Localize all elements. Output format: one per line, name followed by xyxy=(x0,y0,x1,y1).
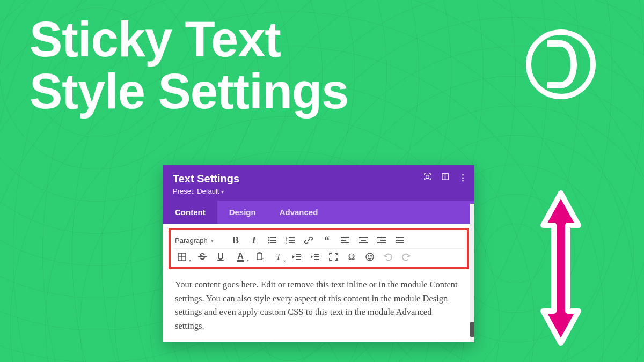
svg-rect-25 xyxy=(396,240,404,241)
svg-rect-10 xyxy=(289,237,295,238)
blockquote-icon[interactable]: “ xyxy=(321,234,333,246)
svg-rect-17 xyxy=(341,242,349,243)
link-icon[interactable] xyxy=(303,234,314,246)
align-center-icon[interactable] xyxy=(357,234,369,246)
svg-rect-37 xyxy=(314,259,319,260)
svg-rect-15 xyxy=(341,237,349,238)
special-char-icon[interactable]: Ω xyxy=(346,251,357,263)
svg-point-3 xyxy=(268,237,270,239)
svg-point-38 xyxy=(366,253,374,261)
preset-value: Default xyxy=(197,187,219,195)
hero-line-2: Style Settings xyxy=(30,64,348,119)
scroll-arrow-icon xyxy=(537,190,585,346)
fullscreen-icon[interactable] xyxy=(327,251,339,263)
svg-rect-16 xyxy=(341,240,346,241)
undo-icon[interactable] xyxy=(382,251,394,263)
svg-rect-21 xyxy=(377,237,386,238)
scrollbar[interactable] xyxy=(470,204,474,342)
align-left-icon[interactable] xyxy=(339,234,351,246)
svg-rect-20 xyxy=(359,242,368,243)
settings-panel: Text Settings Preset: Default ⋮ Content … xyxy=(163,165,474,342)
panel-header-actions: ⋮ xyxy=(423,173,468,182)
hero-title: Sticky Text Style Settings xyxy=(30,13,348,117)
svg-rect-22 xyxy=(380,240,386,241)
tab-design[interactable]: Design xyxy=(217,201,268,224)
svg-text:3: 3 xyxy=(286,241,288,245)
bulleted-list-icon[interactable] xyxy=(266,234,278,246)
stage: Sticky Text Style Settings Text Settings… xyxy=(0,0,644,362)
svg-rect-24 xyxy=(396,237,404,238)
redo-icon[interactable] xyxy=(400,251,412,263)
toolbar-row-2: S U A T T× Ω xyxy=(174,248,464,265)
italic-icon[interactable]: I xyxy=(248,234,260,246)
svg-rect-36 xyxy=(314,256,319,257)
svg-rect-12 xyxy=(289,240,295,241)
svg-rect-14 xyxy=(289,242,295,243)
outdent-icon[interactable] xyxy=(291,251,303,263)
svg-rect-32 xyxy=(296,254,301,255)
divi-logo xyxy=(526,29,596,99)
panel-header: Text Settings Preset: Default ⋮ xyxy=(163,165,474,201)
preset-selector[interactable]: Preset: Default xyxy=(173,187,465,195)
tabs-bar: Content Design Advanced xyxy=(163,201,474,224)
expand-icon[interactable] xyxy=(423,173,431,182)
svg-point-39 xyxy=(368,255,369,256)
svg-text:T: T xyxy=(261,257,264,262)
svg-rect-18 xyxy=(359,237,368,238)
strikethrough-icon[interactable]: S xyxy=(196,251,208,263)
panel-layout-icon[interactable] xyxy=(441,173,449,182)
hero-line-1: Sticky Text xyxy=(30,12,281,67)
svg-point-40 xyxy=(371,255,372,256)
svg-rect-19 xyxy=(361,240,366,241)
panel-title: Text Settings xyxy=(173,173,465,185)
svg-point-5 xyxy=(268,240,270,241)
emoji-icon[interactable] xyxy=(364,251,376,263)
svg-rect-35 xyxy=(314,254,319,255)
paste-text-icon[interactable]: T xyxy=(254,251,266,263)
table-icon[interactable] xyxy=(175,251,190,263)
tab-advanced[interactable]: Advanced xyxy=(268,201,330,224)
align-right-icon[interactable] xyxy=(376,234,387,246)
content-body[interactable]: Your content goes here. Edit or remove t… xyxy=(163,272,474,342)
bold-icon[interactable]: B xyxy=(230,234,241,246)
divi-d-icon xyxy=(542,40,580,88)
clear-format-icon[interactable]: T× xyxy=(273,251,284,263)
svg-rect-23 xyxy=(377,242,386,243)
indent-icon[interactable] xyxy=(309,251,321,263)
more-icon[interactable]: ⋮ xyxy=(459,173,468,182)
svg-rect-0 xyxy=(426,175,429,179)
svg-rect-34 xyxy=(296,259,301,260)
scrollbar-thumb[interactable] xyxy=(470,322,474,337)
svg-rect-8 xyxy=(270,242,276,243)
underline-icon[interactable]: U xyxy=(215,251,226,263)
numbered-list-icon[interactable]: 123 xyxy=(284,234,296,246)
align-justify-icon[interactable] xyxy=(394,234,406,246)
svg-rect-4 xyxy=(270,237,276,238)
toolbar-highlight: Paragraph B I 123 “ S U A T T× xyxy=(169,228,469,269)
format-select[interactable]: Paragraph xyxy=(175,237,223,245)
tab-content[interactable]: Content xyxy=(163,201,217,224)
toolbar-row-1: Paragraph B I 123 “ xyxy=(174,232,464,248)
chevron-down-icon xyxy=(221,187,224,195)
svg-point-7 xyxy=(268,242,270,244)
text-color-icon[interactable]: A xyxy=(233,251,248,263)
svg-rect-6 xyxy=(270,240,276,241)
svg-rect-26 xyxy=(396,242,404,243)
svg-rect-33 xyxy=(296,256,301,257)
preset-label: Preset: xyxy=(173,187,195,195)
